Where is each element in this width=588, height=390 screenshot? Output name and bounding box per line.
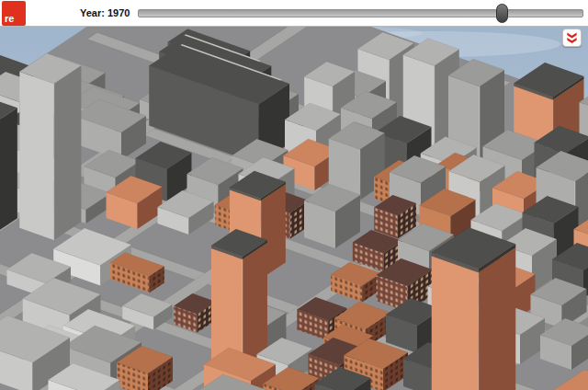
collapse-panel-button[interactable] — [562, 29, 582, 47]
year-label: Year: 1970 — [80, 7, 130, 18]
city-canvas[interactable] — [0, 26, 588, 390]
app-logo[interactable]: re — [2, 1, 26, 26]
year-slider-track-area — [138, 0, 583, 26]
city-3d-view[interactable] — [0, 26, 588, 390]
toolbar: re Year: 1970 — [0, 0, 588, 27]
double-chevron-down-icon — [565, 31, 579, 44]
year-slider[interactable] — [138, 0, 583, 26]
buildings-layer — [0, 26, 588, 390]
app-logo-text: re — [5, 13, 14, 24]
